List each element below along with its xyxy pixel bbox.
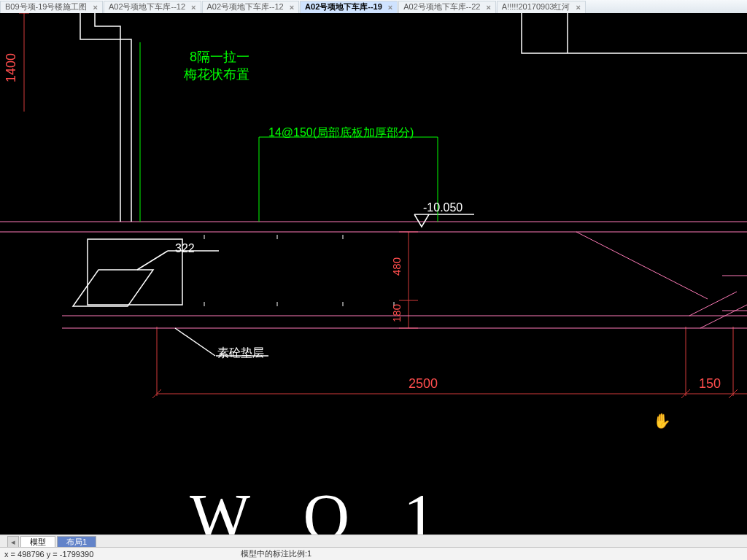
sheet-model[interactable]: 模型 — [20, 536, 55, 548]
file-tab[interactable]: A02号项地下车库--12× — [104, 1, 201, 13]
close-icon[interactable]: × — [290, 3, 294, 12]
file-tab-active[interactable]: A02号项地下车库--19× — [300, 1, 398, 13]
svg-line-19 — [700, 305, 747, 328]
drawing-canvas[interactable]: 8隔一拉一 梅花状布置 14@150(局部底板加厚部分) -10.050 322… — [0, 13, 747, 535]
cursor-coords: x = 498796 y = -1799390 — [0, 550, 93, 559]
svg-line-28 — [137, 251, 168, 270]
file-tab[interactable]: A02号项地下车库--22× — [398, 1, 496, 13]
status-bar: x = 498796 y = -1799390 模型中的标注比例:1 — [0, 547, 747, 560]
cad-linework — [0, 13, 747, 535]
file-tab-bar: B09号项-19号楼施工图× A02号项地下车库--12× A02号项地下车库-… — [0, 0, 747, 13]
scale-readout: 模型中的标注比例:1 — [241, 548, 311, 559]
file-tab[interactable]: A02号项地下车库--12× — [202, 1, 300, 13]
close-icon[interactable]: × — [93, 3, 97, 12]
svg-line-26 — [175, 328, 215, 356]
close-icon[interactable]: × — [388, 3, 392, 12]
svg-line-18 — [689, 292, 737, 316]
close-icon[interactable]: × — [191, 3, 196, 12]
svg-marker-24 — [73, 270, 153, 306]
file-tab[interactable]: B09号项-19号楼施工图× — [0, 1, 103, 13]
sheet-tab-bar: ◂ 模型 布局1 — [0, 534, 747, 548]
close-icon[interactable]: × — [486, 3, 490, 12]
svg-line-17 — [576, 232, 708, 299]
sheet-nav-first[interactable]: ◂ — [7, 536, 19, 548]
file-tab[interactable]: A!!!!!20170903红河× — [497, 1, 586, 13]
close-icon[interactable]: × — [576, 3, 580, 12]
sheet-layout1[interactable]: 布局1 — [57, 536, 96, 548]
